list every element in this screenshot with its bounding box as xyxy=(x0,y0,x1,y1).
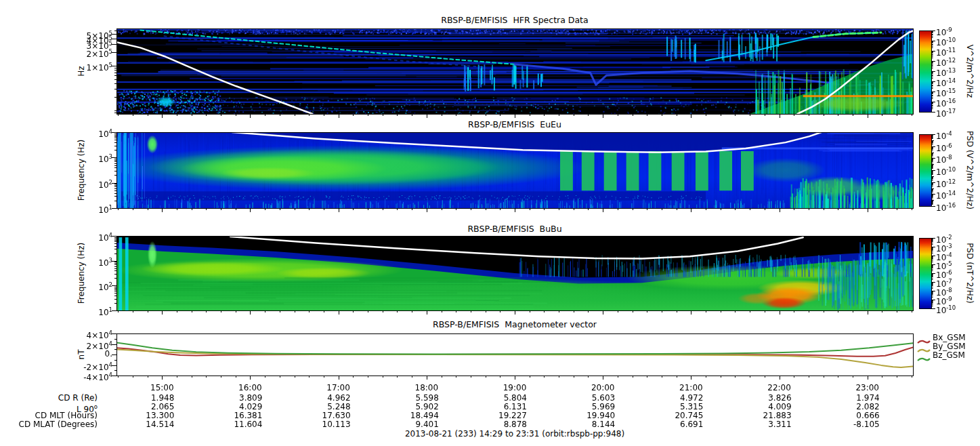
panel2-ytick-label: 103 xyxy=(45,153,112,164)
time-tick-label: 21:00 xyxy=(670,383,711,392)
legend-swatch-bz-gsm xyxy=(917,352,931,359)
panel4-ytick-label: -2×104 xyxy=(45,361,112,372)
colorbar2-tick-label: 10-4 xyxy=(936,129,952,141)
panel3-ytick-label: 101 xyxy=(45,306,112,317)
legend-label-bx-gsm: Bx_GSM xyxy=(933,333,966,342)
legend-swatch-by-gsm xyxy=(917,344,931,350)
colorbar2-tick-label: 10-14 xyxy=(936,189,956,201)
colorbar2-tick-label: 10-16 xyxy=(936,201,956,213)
table-cell: 8.144 xyxy=(561,420,615,429)
time-tick-label: 16:00 xyxy=(230,383,270,392)
time-tick-label: 20:00 xyxy=(582,383,623,392)
time-tick-label: 17:00 xyxy=(318,383,359,392)
legend-label-bz-gsm: Bz_GSM xyxy=(933,350,965,360)
colorbar2-unit-label: PSD (V^2/m^2/Hz) xyxy=(965,131,975,209)
time-tick-label: 15:00 xyxy=(142,383,182,392)
panel4-ytick-label: 2×104 xyxy=(45,340,112,351)
time-tick-label: 18:00 xyxy=(406,383,447,392)
colorbar1-tick-label: 10-17 xyxy=(936,107,956,119)
panel4-ytick-label: -4×104 xyxy=(45,371,112,382)
panel1-ytick-label: 1×105 xyxy=(45,61,112,73)
footer-caption: 2013-08-21 (233) 14:29 to 23:31 (orbit:r… xyxy=(312,429,718,439)
colorbar2-tick-label: 10-10 xyxy=(936,165,956,177)
table-cell: 3.311 xyxy=(738,420,792,429)
figure-root: RBSP-B/EMFISIS HFR Spectra Data RBSP-B/E… xyxy=(0,0,980,446)
panel1-plot xyxy=(111,23,918,119)
panel4-ytick-label: 0. xyxy=(45,350,112,359)
table-cell: 8.878 xyxy=(473,420,527,429)
panel1-ytick-label: 2×105 xyxy=(45,47,112,59)
panel3-ytick-label: 103 xyxy=(45,256,112,268)
panel2-ytick-label: 101 xyxy=(45,203,112,215)
panel2-ylabel: Frequency (Hz) xyxy=(77,140,86,201)
panel4-plot xyxy=(111,328,918,381)
table-cell: 9.401 xyxy=(385,420,439,429)
colorbar2-tick-label: 10-8 xyxy=(936,153,952,165)
bz-gsm-line-icon xyxy=(917,357,931,363)
colorbar2-tick-label: 10-12 xyxy=(936,178,956,189)
panel2-plot xyxy=(111,127,918,214)
panel3-ytick-label: 104 xyxy=(45,231,112,243)
panel4-ytick-label: 4×104 xyxy=(45,329,112,340)
panel3-plot xyxy=(111,230,918,316)
panel2-ytick-label: 104 xyxy=(45,127,112,139)
legend-swatch-bx-gsm xyxy=(917,335,931,341)
table-cell: 6.691 xyxy=(649,420,703,429)
table-row-label: CD MLAT (Degrees) xyxy=(0,420,98,429)
table-cell: 14.514 xyxy=(120,420,174,429)
table-cell: 11.604 xyxy=(208,420,262,429)
table-row-label: CD R (Re) xyxy=(0,394,98,403)
time-tick-label: 23:00 xyxy=(847,383,888,392)
table-cell: 10.113 xyxy=(297,420,351,429)
panel2-ytick-label: 102 xyxy=(45,178,112,190)
table-cell: -8.105 xyxy=(826,420,880,429)
colorbar1-unit-label: V^2/m^2/Hz xyxy=(965,45,975,98)
time-tick-label: 22:00 xyxy=(759,383,800,392)
legend-label-by-gsm: By_GSM xyxy=(933,342,966,351)
colorbar3-tick-label: 10-10 xyxy=(936,304,956,315)
panel3-ylabel: Frequency (Hz) xyxy=(77,243,86,304)
colorbar3-unit-label: PSD (nT^2/Hz) xyxy=(965,243,975,303)
colorbar2-tick-label: 10-6 xyxy=(936,142,952,153)
panel3-ytick-label: 102 xyxy=(45,281,112,292)
time-tick-label: 19:00 xyxy=(494,383,535,392)
